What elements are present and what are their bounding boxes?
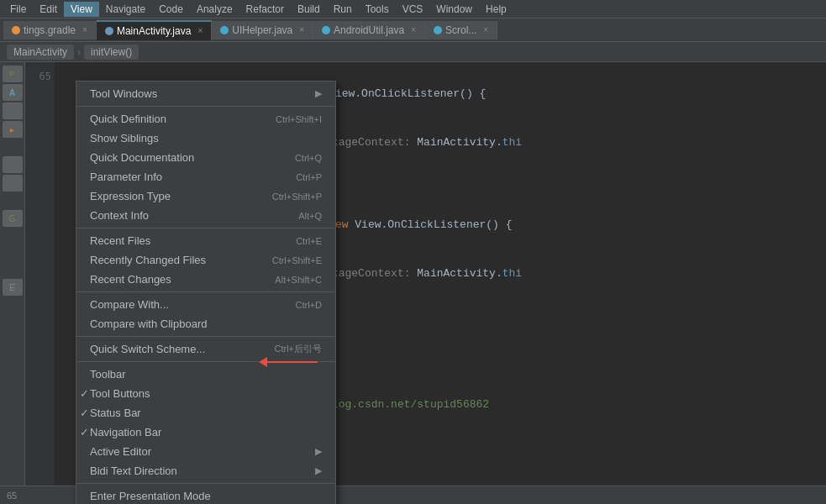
sidebar-project-icon[interactable]: P	[3, 66, 23, 82]
menu-label-showsiblings: Show Siblings	[90, 132, 322, 144]
menu-label-compareclipboard: Compare with Clipboard	[90, 318, 322, 330]
menu-refactor[interactable]: Refactor	[239, 2, 291, 17]
menu-run[interactable]: Run	[327, 2, 359, 17]
menu-item-compareclipboard[interactable]: Compare with Clipboard	[76, 314, 335, 333]
menu-section-recent: Recent Files Ctrl+E Recently Changed Fil…	[76, 228, 335, 292]
menu-label-contextinfo: Context Info	[90, 209, 281, 222]
menu-item-biditextdir[interactable]: Bidi Text Direction ▶	[76, 461, 335, 480]
menu-build[interactable]: Build	[291, 2, 327, 17]
menu-item-statusbar[interactable]: ✓ Status Bar	[76, 403, 335, 423]
shortcut-contextinfo: Alt+Q	[298, 211, 322, 221]
menu-item-contextinfo[interactable]: Context Info Alt+Q	[76, 206, 335, 225]
menu-item-activeeditor[interactable]: Active Editor ▶	[76, 442, 335, 461]
menu-label-toolbar: Toolbar	[90, 368, 322, 381]
tab-label-uihelper: UIHelper.java	[232, 24, 292, 36]
menu-label-statusbar: Status Bar	[90, 407, 322, 419]
tab-uihelper[interactable]: UIHelper.java ×	[212, 21, 313, 39]
menu-item-quickdef[interactable]: Quick Definition Ctrl+Shift+I	[76, 109, 335, 129]
menu-section-quick: Quick Definition Ctrl+Shift+I Show Sibli…	[76, 107, 335, 228]
menu-item-presentationmode[interactable]: Enter Presentation Mode	[76, 486, 335, 504]
menu-item-recentchanges[interactable]: Recent Changes Alt+Shift+C	[76, 270, 335, 289]
menu-analyze[interactable]: Analyze	[190, 2, 239, 17]
menu-label-recentchanges: Recent Changes	[90, 273, 258, 286]
shortcut-recentchangedfiles: Ctrl+Shift+E	[272, 255, 322, 265]
menu-item-recentfiles[interactable]: Recent Files Ctrl+E	[76, 231, 335, 250]
tab-label-gradle: tings.gradle	[24, 24, 76, 36]
menu-label-recentchangedfiles: Recently Changed Files	[90, 254, 255, 266]
menu-item-showsiblings[interactable]: Show Siblings	[76, 129, 335, 148]
menu-item-navbar[interactable]: ✓ Navigation Bar	[76, 423, 335, 442]
file-icon-androidutil	[322, 26, 330, 34]
sidebar-icon-5[interactable]	[3, 175, 23, 192]
check-icon-toolbuttons: ✓	[80, 387, 89, 400]
menu-section-compare: Compare With... Ctrl+D Compare with Clip…	[76, 292, 335, 337]
arrow-line	[267, 361, 318, 363]
menu-view[interactable]: View	[64, 2, 99, 17]
status-line-number: 65	[7, 491, 17, 501]
menu-item-quickdoc[interactable]: Quick Documentation Ctrl+Q	[76, 148, 335, 167]
close-icon-uihelper[interactable]: ×	[299, 25, 304, 34]
sidebar-icon-6[interactable]: G	[3, 210, 23, 227]
shortcut-quickdef: Ctrl+Shift+I	[276, 114, 322, 124]
menu-label-exprtype: Expression Type	[90, 190, 255, 202]
menu-item-comparewith[interactable]: Compare With... Ctrl+D	[76, 295, 335, 314]
sidebar-icon-4[interactable]	[3, 156, 23, 173]
tab-settings-gradle[interactable]: tings.gradle ×	[3, 21, 97, 39]
file-icon-gradle	[12, 26, 20, 34]
sidebar-icon-2[interactable]	[3, 102, 23, 119]
menu-section-toolwindows: Tool Windows ▶	[76, 81, 335, 107]
menu-label-toolwindows: Tool Windows	[90, 87, 315, 100]
menu-item-toolbuttons[interactable]: ✓ Tool Buttons	[76, 384, 335, 403]
shortcut-paraminfo: Ctrl+P	[296, 172, 322, 182]
menu-item-toolwindows[interactable]: Tool Windows ▶	[76, 84, 335, 103]
tab-label-scroll: Scrol...	[445, 24, 476, 36]
menu-vcs[interactable]: VCS	[396, 2, 430, 17]
sidebar-a-icon[interactable]: A	[3, 84, 23, 101]
shortcut-quickswitch: Ctrl+后引号	[274, 343, 322, 355]
tab-label-mainactivity: MainActivity.java	[117, 25, 191, 37]
shortcut-exprtype: Ctrl+Shift+P	[272, 192, 322, 202]
menu-help[interactable]: Help	[479, 2, 513, 17]
check-icon-navbar: ✓	[80, 426, 89, 438]
menu-navigate[interactable]: Navigate	[99, 2, 152, 17]
menu-section-presentation: Enter Presentation Mode Enter Distractio…	[76, 484, 335, 504]
shortcut-recentfiles: Ctrl+E	[296, 236, 322, 246]
menu-file[interactable]: File	[3, 2, 33, 17]
shortcut-comparewith: Ctrl+D	[296, 300, 322, 310]
menu-window[interactable]: Window	[429, 2, 479, 17]
tab-mainactivity[interactable]: MainActivity.java ×	[97, 20, 212, 40]
close-icon-scroll[interactable]: ×	[483, 25, 488, 34]
close-icon-androidutil[interactable]: ×	[411, 25, 416, 34]
menu-item-quickswitch[interactable]: Quick Switch Scheme... Ctrl+后引号	[76, 339, 335, 359]
line-num-65: 65	[39, 69, 51, 84]
menu-item-toolbar[interactable]: Toolbar	[76, 365, 335, 384]
arrow-icon-biditextdir: ▶	[315, 465, 322, 476]
arrow-icon-toolwindows: ▶	[315, 88, 322, 99]
menu-edit[interactable]: Edit	[33, 2, 64, 17]
breadcrumb-mainactivity[interactable]: MainActivity	[7, 45, 74, 60]
menu-label-paraminfo: Parameter Info	[90, 171, 279, 183]
menu-label-quickswitch: Quick Switch Scheme...	[90, 343, 257, 355]
menu-label-quickdef: Quick Definition	[90, 113, 259, 125]
menu-item-exprtype[interactable]: Expression Type Ctrl+Shift+P	[76, 186, 335, 206]
menu-tools[interactable]: Tools	[359, 2, 396, 17]
check-icon-statusbar: ✓	[80, 407, 89, 419]
tab-androidutil[interactable]: AndroidUtil.java ×	[313, 21, 425, 39]
breadcrumb-initview[interactable]: initView()	[84, 45, 139, 60]
editor-tabbar: tings.gradle × MainActivity.java × UIHel…	[0, 18, 826, 42]
menu-code[interactable]: Code	[152, 2, 190, 17]
close-icon-mainactivity[interactable]: ×	[197, 26, 203, 35]
menu-label-biditextdir: Bidi Text Direction	[90, 465, 315, 477]
menu-item-paraminfo[interactable]: Parameter Info Ctrl+P	[76, 167, 335, 186]
file-icon-mainactivity	[105, 27, 113, 35]
file-icon-uihelper	[220, 26, 229, 34]
sidebar-icon-3[interactable]: ▸	[3, 121, 23, 138]
close-icon[interactable]: ×	[82, 25, 87, 34]
tab-scroll[interactable]: Scrol... ×	[425, 21, 497, 39]
menu-label-comparewith: Compare With...	[90, 298, 279, 311]
sidebar-icon-7[interactable]: E	[3, 279, 23, 296]
editor-gutter: 65	[25, 62, 55, 504]
breadcrumb: MainActivity › initView()	[0, 42, 826, 62]
menu-section-ui: Toolbar ✓ Tool Buttons ✓ Status Bar ✓ Na…	[76, 362, 335, 484]
menu-item-recentchangedfiles[interactable]: Recently Changed Files Ctrl+Shift+E	[76, 250, 335, 270]
